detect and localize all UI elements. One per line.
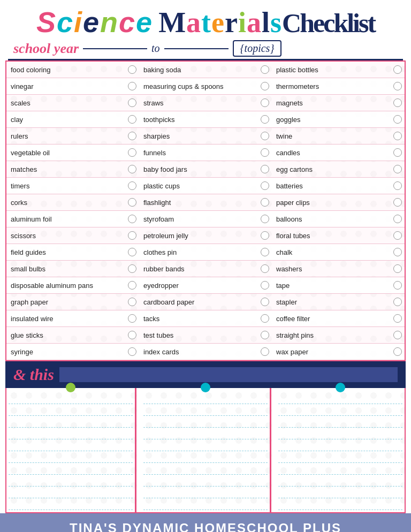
item-label: candles <box>272 145 391 161</box>
item-label: tape <box>272 277 391 293</box>
item-label: corks <box>6 194 125 210</box>
item-checkbox[interactable] <box>125 178 139 194</box>
item-label: aluminum foil <box>6 211 125 227</box>
item-checkbox[interactable] <box>258 310 272 326</box>
item-checkbox[interactable] <box>391 277 405 293</box>
item-checkbox[interactable] <box>125 211 139 227</box>
item-checkbox[interactable] <box>258 261 272 277</box>
notes-column <box>276 388 405 512</box>
item-checkbox[interactable] <box>125 128 139 144</box>
to-label: to <box>151 42 160 55</box>
title-science-e2: e <box>136 5 152 39</box>
item-checkbox[interactable] <box>391 145 405 161</box>
item-checkbox[interactable] <box>391 95 405 111</box>
title-science-e: e <box>83 5 99 39</box>
item-checkbox[interactable] <box>391 62 405 78</box>
note-line <box>278 463 402 475</box>
item-label: plastic bottles <box>272 62 391 78</box>
item-checkbox[interactable] <box>391 227 405 244</box>
item-label: straws <box>139 95 258 111</box>
item-checkbox[interactable] <box>391 194 405 210</box>
item-label: timers <box>6 178 125 194</box>
item-checkbox[interactable] <box>258 62 272 78</box>
item-checkbox[interactable] <box>258 128 272 144</box>
item-checkbox[interactable] <box>258 344 272 360</box>
item-checkbox[interactable] <box>125 78 139 94</box>
checklist-table: food coloringbaking sodaplastic bottlesv… <box>5 60 406 361</box>
title-materials: M <box>158 6 185 39</box>
item-checkbox[interactable] <box>258 227 272 244</box>
item-checkbox[interactable] <box>391 161 405 177</box>
item-checkbox[interactable] <box>125 95 139 111</box>
item-checkbox[interactable] <box>258 78 272 94</box>
item-checkbox[interactable] <box>391 128 405 144</box>
item-checkbox[interactable] <box>391 294 405 310</box>
note-line <box>278 392 402 404</box>
item-label: goggles <box>272 111 391 127</box>
item-checkbox[interactable] <box>391 327 405 343</box>
item-checkbox[interactable] <box>125 327 139 343</box>
item-label: disposable aluminum pans <box>6 277 125 293</box>
item-checkbox[interactable] <box>258 95 272 111</box>
item-checkbox[interactable] <box>258 178 272 194</box>
title-materials-r: r <box>225 6 237 39</box>
item-checkbox[interactable] <box>258 161 272 177</box>
item-checkbox[interactable] <box>258 294 272 310</box>
item-checkbox[interactable] <box>125 310 139 326</box>
item-checkbox[interactable] <box>391 344 405 360</box>
item-checkbox[interactable] <box>258 111 272 127</box>
school-year-line: school year to {topics} <box>8 39 403 60</box>
item-checkbox[interactable] <box>391 78 405 94</box>
column-dot <box>336 383 345 392</box>
item-checkbox[interactable] <box>125 161 139 177</box>
item-checkbox[interactable] <box>258 211 272 227</box>
item-checkbox[interactable] <box>125 62 139 78</box>
item-checkbox[interactable] <box>125 277 139 293</box>
column-dot <box>66 383 75 392</box>
item-label: baking soda <box>139 62 258 78</box>
item-checkbox[interactable] <box>258 244 272 260</box>
column-separator <box>270 388 271 512</box>
item-checkbox[interactable] <box>125 244 139 260</box>
note-line <box>143 428 268 439</box>
item-checkbox[interactable] <box>125 261 139 277</box>
item-label: index cards <box>139 344 258 360</box>
note-line <box>9 475 133 487</box>
item-checkbox[interactable] <box>125 294 139 310</box>
notes-columns <box>5 388 406 513</box>
year-divider2 <box>164 48 229 49</box>
item-label: batteries <box>272 178 391 194</box>
item-label: cardboard paper <box>139 294 258 310</box>
item-checkbox[interactable] <box>125 145 139 161</box>
item-checkbox[interactable] <box>391 178 405 194</box>
note-line <box>9 498 133 510</box>
title-materials-a: a <box>186 6 200 39</box>
table-row: insulated wiretackscoffee filter <box>6 310 405 327</box>
item-checkbox[interactable] <box>125 194 139 210</box>
item-checkbox[interactable] <box>125 227 139 244</box>
note-line <box>9 416 133 428</box>
item-checkbox[interactable] <box>391 111 405 127</box>
item-label: floral tubes <box>272 227 391 244</box>
item-checkbox[interactable] <box>125 344 139 360</box>
item-checkbox[interactable] <box>125 111 139 127</box>
notes-column <box>6 388 135 512</box>
item-label: glue sticks <box>6 327 125 343</box>
note-line <box>278 404 402 416</box>
note-line <box>143 487 268 498</box>
item-checkbox[interactable] <box>391 211 405 227</box>
item-label: insulated wire <box>6 310 125 326</box>
page-title: S c i e n c e M a t e r i a l s Checklis… <box>8 5 403 39</box>
table-row: syringeindex cardswax paper <box>6 344 405 360</box>
title-science-n: n <box>100 5 118 39</box>
item-checkbox[interactable] <box>258 327 272 343</box>
note-line <box>9 392 133 404</box>
item-checkbox[interactable] <box>258 277 272 293</box>
item-label: rulers <box>6 128 125 144</box>
item-label: chalk <box>272 244 391 260</box>
item-checkbox[interactable] <box>258 194 272 210</box>
item-checkbox[interactable] <box>391 244 405 260</box>
item-checkbox[interactable] <box>258 145 272 161</box>
item-checkbox[interactable] <box>391 310 405 326</box>
item-checkbox[interactable] <box>391 261 405 277</box>
